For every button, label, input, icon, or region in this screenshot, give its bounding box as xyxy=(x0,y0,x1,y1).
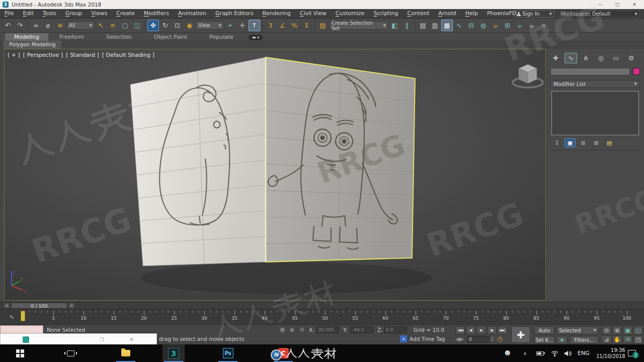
frame-spinner-arrows[interactable]: ◀▶ xyxy=(455,336,464,342)
set-key-button[interactable]: Set K... xyxy=(534,336,554,344)
taskbar-photoshop[interactable]: Ps xyxy=(217,344,239,362)
close-button[interactable]: ✕ xyxy=(627,0,642,9)
menu-create[interactable]: Create xyxy=(112,9,139,18)
curve-editor-icon[interactable]: ∿ xyxy=(453,20,465,31)
close-icon[interactable]: ✕ xyxy=(129,336,134,343)
viewport-menu-general[interactable]: [ + ] xyxy=(8,52,20,58)
menu-civil-view[interactable]: Civil View xyxy=(295,9,331,18)
material-editor-icon[interactable]: ◍ xyxy=(477,20,489,31)
field-of-view-icon[interactable]: ⊿ xyxy=(602,335,611,343)
pan-icon[interactable]: ✋ xyxy=(612,335,622,343)
time-configuration-icon[interactable]: ◷ xyxy=(497,335,502,342)
menu-rendering[interactable]: Rendering xyxy=(258,9,295,18)
rendered-frame-window-icon[interactable]: ⊞ xyxy=(502,20,513,31)
isolate-selection-icon[interactable]: ▣ xyxy=(280,326,285,333)
ribbon-collapse-icon[interactable]: ▬ ▾ xyxy=(249,35,263,40)
restore-icon[interactable]: ❒ xyxy=(100,337,104,342)
pin-stack-icon[interactable]: ↧ xyxy=(551,138,562,147)
auto-key-button[interactable]: Auto xyxy=(534,326,554,334)
configure-modifier-sets-icon[interactable]: ▤ xyxy=(604,138,615,147)
time-slider-grip[interactable]: 0 / 100 xyxy=(11,303,67,309)
tab-polygon-modeling[interactable]: Polygon Modeling xyxy=(3,41,61,49)
object-name-field[interactable] xyxy=(550,68,630,75)
window-crossing-toggle-icon[interactable]: ◫ xyxy=(131,20,143,31)
remove-modifier-icon[interactable]: ⊠ xyxy=(591,138,602,147)
modifier-stack[interactable] xyxy=(551,91,639,135)
people-icon[interactable]: ☻ xyxy=(505,344,510,362)
key-mode-dropdown[interactable]: Selected ▼ xyxy=(556,326,599,334)
go-to-end-button[interactable]: ▶▶| xyxy=(498,326,507,334)
next-frame-button[interactable]: |▶ xyxy=(487,326,497,334)
menu-views[interactable]: Views xyxy=(87,9,112,18)
perspective-viewport[interactable]: z x y [ + ][ Perspective ][ Standard ][ … xyxy=(4,49,546,301)
ribbon-tab-object-paint[interactable]: Object Paint xyxy=(143,33,199,41)
rectangular-selection-region-icon[interactable]: ▢ xyxy=(119,20,131,31)
spinner-snap-toggle-icon[interactable]: ↕ xyxy=(301,20,312,31)
taskbar-file-explorer[interactable] xyxy=(115,344,137,362)
taskbar-start[interactable] xyxy=(9,344,31,362)
x-coordinate-field[interactable]: 30.505 xyxy=(316,326,339,333)
clock[interactable]: 19:36 11/10/2018 xyxy=(596,344,625,362)
previous-frame-button[interactable]: ◀| xyxy=(466,326,475,334)
play-button[interactable]: ▶ xyxy=(476,326,486,334)
edit-named-selection-sets-icon[interactable]: ▤ xyxy=(317,20,329,31)
select-and-uniform-scale-icon[interactable]: ⊡ xyxy=(172,20,183,31)
render-iterative-icon[interactable]: ☕ xyxy=(526,20,537,31)
object-color-swatch[interactable] xyxy=(633,68,640,75)
select-and-manipulate-icon[interactable]: ✛ xyxy=(236,20,248,31)
show-end-result-icon[interactable]: ▣ xyxy=(565,138,576,147)
select-and-move-icon[interactable]: ✜ xyxy=(147,20,159,31)
command-tab-modify[interactable]: ∿ xyxy=(565,53,577,63)
minimize-button[interactable]: — xyxy=(593,0,608,9)
key-filters-icon[interactable]: ❋ xyxy=(556,336,568,344)
viewport-menu-pov[interactable]: [ Perspective ] xyxy=(23,52,63,58)
reference-coordinate-system-dropdown[interactable]: View▼ xyxy=(196,21,224,30)
maximize-viewport-toggle-icon[interactable]: ◳ xyxy=(633,335,643,343)
orbit-icon[interactable]: ⟲ xyxy=(623,335,632,343)
selection-lock-icon[interactable]: ◉ xyxy=(290,326,295,333)
schematic-view-icon[interactable]: ⊟ xyxy=(465,20,477,31)
frame-ruler[interactable]: 0510152025303540455055606570758085909510… xyxy=(23,311,632,324)
command-tab-motion[interactable]: ◎ xyxy=(595,53,607,63)
use-pivot-point-center-icon[interactable]: ⌖ xyxy=(224,20,236,31)
menu-scripting[interactable]: Scripting xyxy=(369,9,403,18)
redo-icon[interactable]: ↷ xyxy=(14,20,26,31)
unlink-selection-icon[interactable]: ⌀ xyxy=(42,20,54,31)
z-coordinate-field[interactable]: 0.0 xyxy=(384,326,407,333)
notification-icon[interactable]: 2 xyxy=(628,344,636,362)
zoom-icon[interactable]: ⊙ xyxy=(602,326,611,334)
filters-button[interactable]: Filters... xyxy=(570,336,599,344)
viewport-menu-standard[interactable]: [ Standard ] xyxy=(66,52,99,58)
render-production-icon[interactable]: ☕ xyxy=(514,20,525,31)
ribbon-tab-freeform[interactable]: Freeform xyxy=(48,33,95,41)
sign-in-button[interactable]: Sign In ▼ xyxy=(514,10,554,18)
go-to-start-button[interactable]: |◀◀ xyxy=(455,326,465,334)
command-tab-create[interactable]: ✚ xyxy=(549,53,562,63)
language-indicator[interactable]: ENG xyxy=(578,344,590,362)
menu-customize[interactable]: Customize xyxy=(331,9,369,18)
tray-chevron-icon[interactable]: ∧ xyxy=(523,344,527,362)
menu-arnold[interactable]: Arnold xyxy=(434,9,461,18)
state-sets-icon[interactable]: ⌗ xyxy=(538,20,549,31)
align-icon[interactable]: ∥ xyxy=(401,20,413,31)
reference-plane-front[interactable] xyxy=(266,57,415,262)
menu-group[interactable]: Group xyxy=(61,9,87,18)
ribbon-tab-modeling[interactable]: Modeling xyxy=(5,33,48,41)
spinner-icon[interactable]: ↕ xyxy=(490,336,495,342)
y-coordinate-field[interactable]: -44.5 xyxy=(350,326,373,333)
percent-snap-toggle-icon[interactable]: % xyxy=(289,20,300,31)
reference-plane-side[interactable] xyxy=(130,57,266,266)
current-frame-marker[interactable] xyxy=(21,311,25,321)
menu-file[interactable]: File xyxy=(0,9,18,18)
keyboard-shortcut-override-icon[interactable]: ↑ xyxy=(249,20,260,31)
command-tab-hierarchy[interactable]: ⋔ xyxy=(580,53,592,63)
workspace-select[interactable]: Default ▼ xyxy=(590,10,640,18)
select-and-place-icon[interactable]: ◉ xyxy=(184,20,195,31)
selection-filter-dropdown[interactable]: All▼ xyxy=(66,21,95,30)
command-tab-utilities[interactable]: ⚙ xyxy=(625,53,637,63)
add-time-tag[interactable]: Add Time Tag xyxy=(410,336,445,342)
battery-icon[interactable] xyxy=(536,344,544,362)
ribbon-tab-selection[interactable]: Selection xyxy=(95,33,143,41)
menu-help[interactable]: Help xyxy=(461,9,482,18)
ribbon-tab-populate[interactable]: Populate xyxy=(198,33,245,41)
